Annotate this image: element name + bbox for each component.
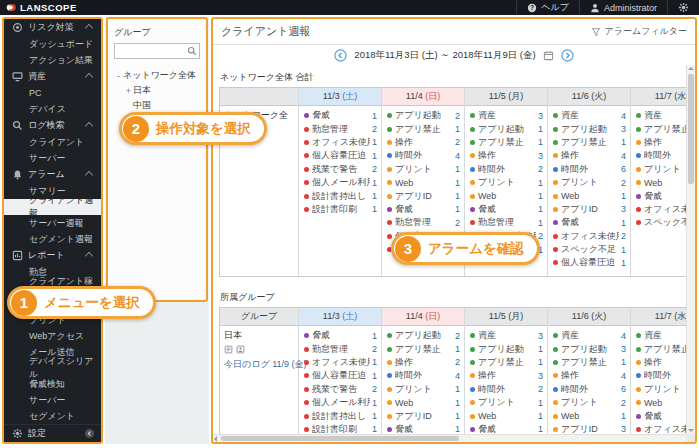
expand-icon[interactable]: + — [124, 86, 133, 96]
day-header[interactable]: 11/3 (土) — [299, 88, 381, 106]
alarm-item[interactable]: 個人容量圧迫1 — [548, 256, 630, 269]
alarm-item[interactable]: 勤怠管理2 — [299, 342, 381, 355]
alarm-item[interactable]: 脅威1 — [465, 423, 547, 434]
day-header[interactable]: 11/7 (水) — [631, 308, 686, 326]
alarm-item[interactable]: 脅威 — [631, 409, 686, 422]
prev-week-button[interactable] — [334, 49, 347, 62]
alarm-item[interactable]: アプリ禁止 — [631, 122, 686, 135]
alarm-item[interactable]: プリント1 — [382, 163, 464, 176]
tree-node-日本[interactable]: +日本 — [114, 83, 200, 98]
alarm-item[interactable]: 勤怠管理1 — [465, 216, 547, 229]
alarm-item[interactable]: 操作2 — [382, 356, 464, 369]
collapse-sidebar-button[interactable] — [84, 428, 95, 439]
alarm-item[interactable]: 資産4 — [548, 329, 630, 342]
alarm-item[interactable]: 脅威1 — [548, 216, 630, 229]
alarm-item[interactable]: オフィス未使用2 — [548, 230, 630, 243]
sidebar-item-レポート[interactable]: レポート — [4, 247, 101, 264]
sidebar-item-PC[interactable]: PC — [4, 85, 101, 101]
sidebar-item-セグメント[interactable]: セグメント — [4, 408, 101, 424]
alarm-item[interactable]: 操作 — [631, 136, 686, 149]
alarm-item[interactable]: 設計書持出し1 — [299, 409, 381, 422]
report-icon[interactable] — [224, 345, 233, 356]
day-header[interactable]: 11/4 (日) — [382, 308, 464, 326]
sidebar-item-脅威検知[interactable]: 脅威検知 — [4, 376, 101, 392]
sidebar-item-クライアント週報[interactable]: クライアント週報 — [4, 199, 101, 215]
alarm-item[interactable]: 脅威1 — [465, 203, 547, 216]
alarm-item[interactable]: 資産4 — [548, 109, 630, 122]
alarm-item[interactable]: アプリ起動1 — [465, 122, 547, 135]
tree-node-ネットワーク全体[interactable]: -ネットワーク全体 — [114, 68, 200, 83]
alarm-item[interactable]: 個人メール利用1 — [299, 396, 381, 409]
alarm-item[interactable]: 勤怠管理2 — [382, 216, 464, 229]
alarm-item[interactable]: アプリ起動1 — [465, 342, 547, 355]
sidebar-item-サーバー[interactable]: サーバー — [4, 150, 101, 166]
day-header[interactable]: 11/6 (火) — [548, 308, 630, 326]
alarm-item[interactable]: 資産3 — [465, 329, 547, 342]
alarm-item[interactable]: アプリ禁止1 — [548, 356, 630, 369]
day-header[interactable]: 11/6 (火) — [548, 88, 630, 106]
sidebar-item-クライアント[interactable]: クライアント — [4, 134, 101, 150]
alarm-item[interactable]: 操作 — [631, 356, 686, 369]
next-week-button[interactable] — [561, 49, 574, 62]
alarm-item[interactable]: スペック不足1 — [548, 243, 630, 256]
sidebar-item-リスク対策[interactable]: リスク対策 — [4, 19, 101, 36]
alarm-item[interactable]: 勤怠管理2 — [299, 122, 381, 135]
settings-menu-button[interactable] — [667, 0, 699, 15]
day-header[interactable]: 11/4 (日) — [382, 88, 464, 106]
alarm-item[interactable]: 時間外 — [631, 369, 686, 382]
alarm-item[interactable]: Web1 — [548, 189, 630, 202]
horizontal-scrollbar[interactable] — [213, 434, 686, 442]
sidebar-item-サーバー週報[interactable]: サーバー週報 — [4, 215, 101, 231]
alarm-item[interactable]: 資産3 — [465, 109, 547, 122]
sidebar-item-サーバー[interactable]: サーバー — [4, 392, 101, 408]
sidebar-item-Webアクセス[interactable]: Webアクセス — [4, 328, 101, 344]
alarm-item[interactable]: 設計書印刷1 — [299, 203, 381, 216]
sidebar-item-ダッシュボード[interactable]: ダッシュボード — [4, 36, 101, 52]
alarm-item[interactable]: プリント — [631, 163, 686, 176]
alarm-item[interactable]: アプリID3 — [548, 423, 630, 434]
alarm-item[interactable]: 資産 — [631, 109, 686, 122]
alarm-item[interactable]: 操作3 — [465, 149, 547, 162]
alarm-item[interactable]: スペック不足 — [631, 216, 686, 229]
alarm-item[interactable]: オフィス未使用1 — [299, 356, 381, 369]
alarm-item[interactable]: プリント2 — [548, 396, 630, 409]
alarm-item[interactable]: アプリ禁止1 — [548, 136, 630, 149]
sidebar-item-資産[interactable]: 資産 — [4, 68, 101, 85]
alarm-item[interactable]: プリント1 — [382, 383, 464, 396]
alarm-item[interactable]: アプリID1 — [382, 189, 464, 202]
alarm-filter-button[interactable]: アラームフィルター — [591, 25, 687, 38]
alarm-item[interactable]: オフィス未使用 — [631, 423, 686, 434]
alarm-item[interactable]: アプリID1 — [382, 409, 464, 422]
alarm-item[interactable]: Web1 — [382, 396, 464, 409]
sidebar-item-settings[interactable]: 設定 — [4, 424, 101, 442]
alarm-item[interactable]: Web1 — [382, 176, 464, 189]
alarm-item[interactable]: Web — [631, 176, 686, 189]
alarm-item[interactable]: プリント1 — [465, 176, 547, 189]
day-header[interactable]: 11/5 (月) — [465, 88, 547, 106]
alarm-item[interactable]: アプリ禁止1 — [465, 136, 547, 149]
help-button[interactable]: ? ヘルプ — [516, 0, 579, 15]
alarm-item[interactable]: 操作4 — [548, 149, 630, 162]
alarm-item[interactable]: 操作2 — [382, 136, 464, 149]
tree-node-中国[interactable]: 中国 — [114, 98, 200, 113]
alarm-item[interactable]: アプリID3 — [548, 203, 630, 216]
alarm-item[interactable]: プリント1 — [465, 396, 547, 409]
alarm-item[interactable]: 脅威1 — [382, 423, 464, 434]
alarm-item[interactable]: アプリ禁止1 — [382, 122, 464, 135]
member-icon[interactable] — [236, 345, 245, 356]
alarm-item[interactable]: 資産 — [631, 329, 686, 342]
alarm-item[interactable]: アプリ起動2 — [382, 329, 464, 342]
sidebar-item-デバイス[interactable]: デバイス — [4, 101, 101, 117]
collapse-icon[interactable]: - — [114, 71, 123, 81]
alarm-item[interactable]: 脅威1 — [382, 203, 464, 216]
alarm-item[interactable]: アプリ禁止1 — [465, 356, 547, 369]
calendar-icon[interactable] — [543, 50, 554, 61]
vertical-scrollbar[interactable] — [686, 65, 695, 434]
alarm-item[interactable]: 脅威 — [631, 189, 686, 202]
sidebar-item-デバイスシリアル[interactable]: デバイスシリアル — [4, 360, 101, 376]
alarm-item[interactable]: Web1 — [465, 409, 547, 422]
alarm-item[interactable]: 個人容量圧迫1 — [299, 149, 381, 162]
alarm-item[interactable]: 残業で警告2 — [299, 163, 381, 176]
alarm-item[interactable]: 操作3 — [465, 369, 547, 382]
alarm-item[interactable]: Web — [631, 396, 686, 409]
